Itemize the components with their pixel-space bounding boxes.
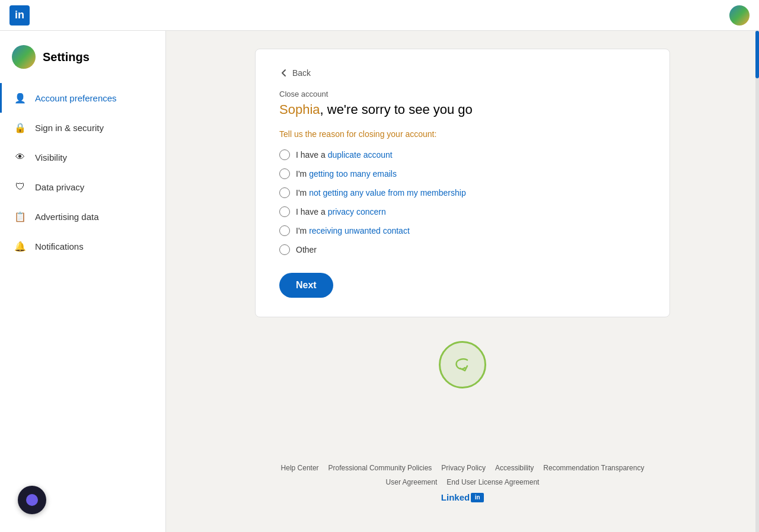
main-content: Back Close account Sophia, we're sorry t… xyxy=(166,31,759,532)
sidebar-nav: 👤 Account preferences 🔒 Sign in & securi… xyxy=(0,83,165,261)
footer-links-row2: User Agreement End User License Agreemen… xyxy=(281,478,645,486)
sidebar-item-sign-in-security[interactable]: 🔒 Sign in & security xyxy=(0,113,165,142)
sidebar: Settings 👤 Account preferences 🔒 Sign in… xyxy=(0,31,166,532)
reason-privacy[interactable]: I have a privacy concern xyxy=(279,206,646,217)
sidebar-label-notifications: Notifications xyxy=(35,241,84,251)
reason-duplicate-radio[interactable] xyxy=(279,149,290,160)
lock-icon: 🔒 xyxy=(14,121,27,134)
eye-icon: 👁 xyxy=(14,151,27,164)
footer-logo-box: in xyxy=(471,493,484,502)
sidebar-label-visibility: Visibility xyxy=(35,152,67,163)
reason-other-label: Other xyxy=(296,245,317,254)
page-layout: Settings 👤 Account preferences 🔒 Sign in… xyxy=(0,31,759,532)
reason-unwanted-contact-label: I'm receiving unwanted contact xyxy=(296,226,410,235)
arrow-return-icon xyxy=(451,353,474,377)
reason-unwanted-contact[interactable]: I'm receiving unwanted contact xyxy=(279,225,646,236)
topnav-left: in xyxy=(9,5,30,26)
sidebar-header: Settings xyxy=(0,45,165,83)
footer-link-help-center[interactable]: Help Center xyxy=(281,464,319,472)
reason-prompt: Tell us the reason for closing your acco… xyxy=(279,129,646,139)
footer: Help Center Professional Community Polic… xyxy=(269,446,656,514)
footer-link-privacy-policy[interactable]: Privacy Policy xyxy=(441,464,486,472)
footer-links: Help Center Professional Community Polic… xyxy=(281,464,645,472)
user-avatar[interactable] xyxy=(729,5,750,26)
account-icon: 👤 xyxy=(14,91,27,104)
top-navigation: in xyxy=(0,0,759,31)
scrollbar[interactable] xyxy=(755,31,759,532)
user-name: Sophia xyxy=(279,102,320,117)
next-button[interactable]: Next xyxy=(279,273,333,298)
reason-privacy-label: I have a privacy concern xyxy=(296,207,386,216)
footer-logo: Linked in xyxy=(281,492,645,502)
sidebar-avatar xyxy=(12,45,36,69)
sidebar-title: Settings xyxy=(43,50,90,64)
sidebar-item-visibility[interactable]: 👁 Visibility xyxy=(0,142,165,172)
footer-link-recommendation-transparency[interactable]: Recommendation Transparency xyxy=(543,464,644,472)
footer-link-professional-community-policies[interactable]: Professional Community Policies xyxy=(329,464,432,472)
reason-radio-group: I have a duplicate account I'm getting t… xyxy=(279,149,646,255)
reason-unwanted-contact-radio[interactable] xyxy=(279,225,290,236)
bottom-dot-inner xyxy=(26,494,38,506)
scrollbar-thumb xyxy=(755,31,759,78)
reason-emails-label: I'm getting too many emails xyxy=(296,169,397,179)
floating-action-icon[interactable] xyxy=(439,341,486,388)
bell-icon: 🔔 xyxy=(14,240,27,253)
reason-duplicate[interactable]: I have a duplicate account xyxy=(279,149,646,160)
sidebar-item-notifications[interactable]: 🔔 Notifications xyxy=(0,231,165,261)
reason-emails[interactable]: I'm getting too many emails xyxy=(279,168,646,179)
sorry-heading: Sophia, we're sorry to see you go xyxy=(279,102,646,117)
sidebar-label-account-preferences: Account preferences xyxy=(35,93,117,103)
floating-icon-area xyxy=(439,341,486,388)
close-account-label: Close account xyxy=(279,90,646,98)
reason-no-value-radio[interactable] xyxy=(279,187,290,198)
footer-link-accessibility[interactable]: Accessibility xyxy=(495,464,534,472)
reason-other-radio[interactable] xyxy=(279,244,290,255)
sidebar-item-data-privacy[interactable]: 🛡 Data privacy xyxy=(0,172,165,202)
reason-privacy-radio[interactable] xyxy=(279,206,290,217)
linkedin-logo[interactable]: in xyxy=(9,5,30,26)
sidebar-item-advertising-data[interactable]: 📋 Advertising data xyxy=(0,202,165,231)
reason-no-value[interactable]: I'm not getting any value from my member… xyxy=(279,187,646,198)
footer-link-eula[interactable]: End User License Agreement xyxy=(447,478,539,486)
reason-no-value-label: I'm not getting any value from my member… xyxy=(296,188,466,197)
clipboard-icon: 📋 xyxy=(14,210,27,223)
reason-duplicate-label: I have a duplicate account xyxy=(296,150,393,160)
sidebar-label-sign-in-security: Sign in & security xyxy=(35,123,104,133)
footer-logo-text: Linked xyxy=(441,492,470,502)
shield-icon: 🛡 xyxy=(14,180,27,193)
footer-link-user-agreement[interactable]: User Agreement xyxy=(386,478,438,486)
bottom-dot-button[interactable] xyxy=(18,486,46,514)
sorry-text: , we're sorry to see you go xyxy=(320,102,473,117)
sidebar-item-account-preferences[interactable]: 👤 Account preferences xyxy=(0,83,165,113)
sidebar-label-advertising-data: Advertising data xyxy=(35,212,99,222)
close-account-card: Back Close account Sophia, we're sorry t… xyxy=(255,49,670,317)
reason-other[interactable]: Other xyxy=(279,244,646,255)
back-button[interactable]: Back xyxy=(279,68,646,78)
sidebar-label-data-privacy: Data privacy xyxy=(35,182,84,192)
reason-emails-radio[interactable] xyxy=(279,168,290,179)
back-arrow-icon xyxy=(279,68,289,78)
